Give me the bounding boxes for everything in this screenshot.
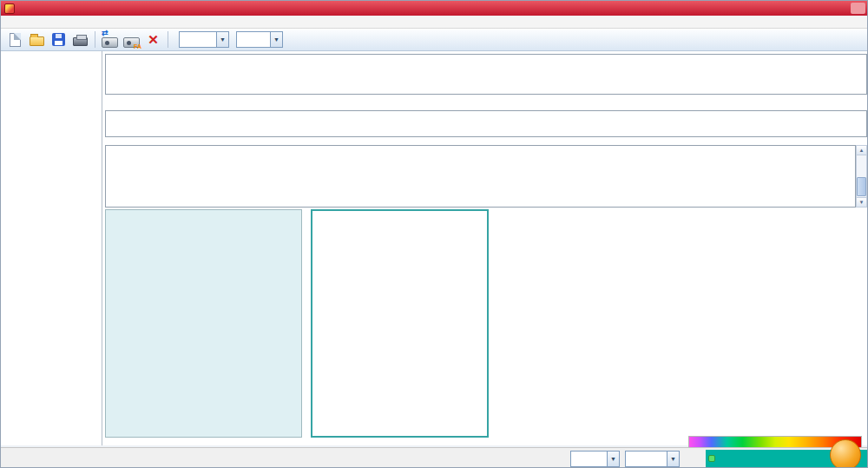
delta-e-trend-panel [494,209,659,438]
tree-panel [1,51,102,445]
spectral-chart [662,209,867,432]
cie-lab-panel [105,209,302,438]
chevron-down-icon[interactable]: ▼ [216,32,228,47]
toolbar-separator [168,31,168,48]
print-button[interactable] [69,30,91,49]
trend-chart [494,209,659,438]
sample-table [105,145,856,208]
sample-table-scrollbar[interactable]: ▲ ▼ [856,145,867,208]
minimize-button[interactable] [819,3,834,14]
color-diff-plot [312,211,487,436]
toolbar: ⇄ FA ✕ ▼ ▼ [1,29,867,51]
save-button[interactable] [48,30,69,49]
scrollbar-thumb[interactable] [857,177,866,196]
delete-record-button[interactable]: ✕ [142,30,164,49]
calibrate-instrument-button[interactable]: ⇄ [99,30,121,49]
uv-select[interactable]: ▼ [570,451,620,467]
new-document-button[interactable] [4,30,26,49]
open-folder-icon [30,36,44,46]
sci-sce-select[interactable]: ▼ [625,451,680,467]
title-bar [1,1,867,16]
device-connected-icon [708,455,715,462]
measure-instrument-button[interactable]: FA [121,30,142,49]
instrument-icon [102,37,118,48]
illuminant-select[interactable]: ▼ [236,31,283,48]
chevron-down-icon[interactable]: ▼ [270,32,282,47]
print-icon [73,37,88,46]
new-document-icon [10,33,21,47]
chevron-down-icon[interactable]: ▼ [607,452,619,466]
delete-x-icon: ✕ [148,33,159,46]
cie-panel-title [106,210,301,220]
fa-badge: FA [134,43,141,49]
sci-mode-select[interactable]: ▼ [179,31,229,48]
close-button[interactable] [851,3,865,14]
app-icon [4,3,15,14]
floating-assistant-badge[interactable] [830,439,861,468]
standard-table [105,110,867,137]
spectral-reflectance-panel [662,209,867,435]
sample-info-row [106,222,301,225]
tolerance-table [105,54,867,95]
menu-bar [1,16,867,29]
toolbar-separator [95,31,95,48]
status-bar: ▼ ▼ [1,447,867,468]
maximize-button[interactable] [835,3,850,14]
application-window: ⇄ FA ✕ ▼ ▼ ▲ ▼ [0,0,868,468]
scroll-down-arrow-icon[interactable]: ▼ [857,197,866,207]
sync-arrows-icon: ⇄ [102,30,108,37]
color-difference-plot-panel [311,209,489,438]
save-icon [52,33,65,46]
chevron-down-icon[interactable]: ▼ [667,452,679,466]
scroll-up-arrow-icon[interactable]: ▲ [857,146,866,155]
scrollbar-track[interactable] [857,155,866,197]
open-button[interactable] [26,30,48,49]
